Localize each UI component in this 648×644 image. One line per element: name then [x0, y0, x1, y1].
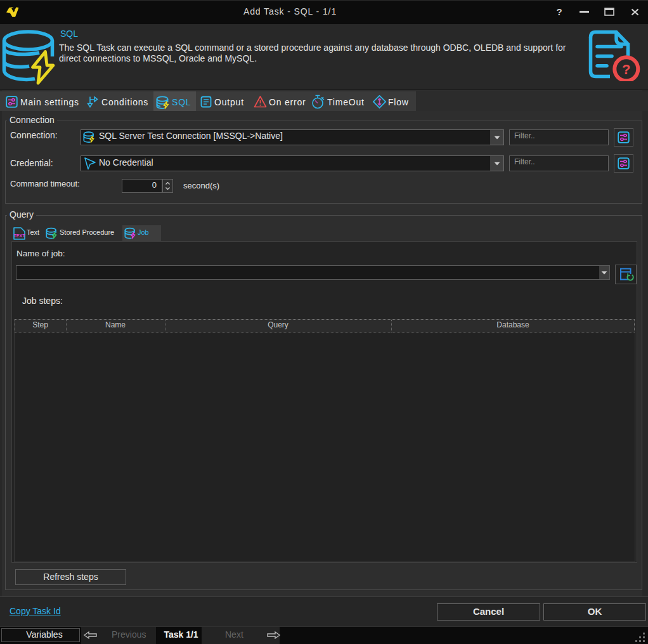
- svg-text:TEXT: TEXT: [14, 233, 26, 238]
- svg-text:?: ?: [622, 62, 630, 77]
